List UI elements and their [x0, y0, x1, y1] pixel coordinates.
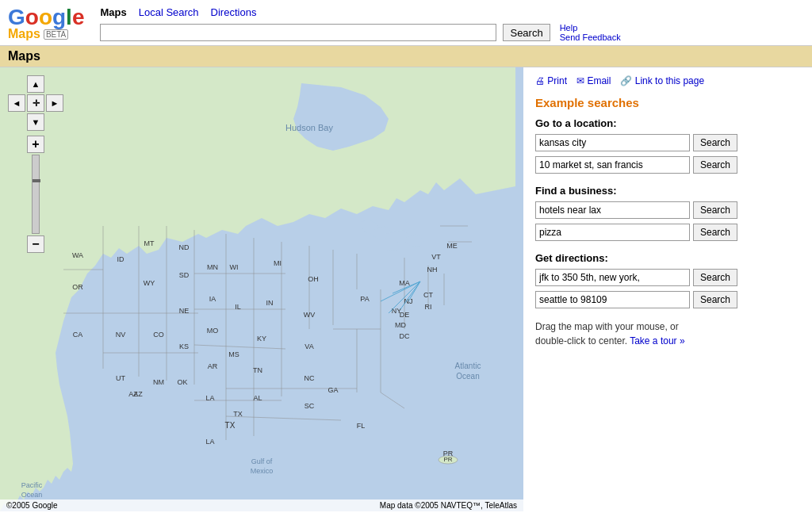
svg-text:WA: WA: [72, 251, 83, 259]
svg-text:VA: VA: [304, 343, 313, 350]
header: Google Maps BETA Maps Local Search Direc…: [0, 0, 812, 46]
svg-text:OK: OK: [177, 378, 187, 386]
find-business-section: Find a business: Search Search: [535, 185, 800, 241]
svg-text:PR: PR: [443, 456, 452, 463]
go-to-location-row-2: Search: [535, 156, 800, 174]
zoom-in-button[interactable]: +: [27, 136, 44, 153]
beta-badge: BETA: [44, 29, 68, 40]
svg-text:Pacific: Pacific: [21, 481, 43, 489]
svg-text:WY: WY: [144, 279, 155, 287]
svg-text:MD: MD: [395, 321, 406, 329]
svg-text:NC: NC: [304, 374, 315, 382]
help-link[interactable]: Help: [560, 23, 621, 33]
svg-text:AZ: AZ: [128, 390, 138, 398]
zoom-handle[interactable]: [33, 179, 40, 182]
pan-up-button[interactable]: ▲: [27, 75, 44, 93]
svg-text:Ocean: Ocean: [21, 491, 43, 499]
tour-link[interactable]: Take a tour »: [630, 335, 684, 346]
get-directions-section: Get directions: Search Search: [535, 252, 800, 308]
get-directions-search-btn-2[interactable]: Search: [693, 291, 737, 308]
link-to-page-link[interactable]: 🔗 Link to this page: [620, 75, 704, 86]
svg-text:Hudson Bay: Hudson Bay: [285, 123, 333, 132]
logo-subtitle: Maps BETA: [8, 27, 68, 41]
svg-text:KY: KY: [257, 335, 266, 343]
print-link[interactable]: 🖨 Print: [535, 75, 567, 86]
svg-text:NH: NH: [427, 266, 438, 274]
main-content: WA OR CA ID NV UT MT WY CO NM ND SD NE K…: [0, 67, 812, 511]
pan-down-row: ▼: [8, 113, 63, 131]
pan-right-button[interactable]: ►: [46, 94, 63, 112]
get-directions-input-1[interactable]: [535, 269, 690, 286]
svg-text:CO: CO: [153, 331, 164, 339]
pan-left-button[interactable]: ◄: [8, 94, 25, 112]
svg-text:Ocean: Ocean: [456, 372, 479, 381]
copyright-text: ©2005 Google: [6, 501, 58, 510]
find-business-label: Find a business:: [535, 185, 800, 197]
find-business-input-1[interactable]: [535, 201, 690, 219]
svg-text:MI: MI: [274, 259, 282, 267]
pan-center-button[interactable]: ✛: [27, 94, 44, 112]
get-directions-row-2: Search: [535, 291, 800, 308]
svg-text:MT: MT: [144, 239, 155, 247]
logo-area: Google Maps BETA: [8, 6, 84, 41]
svg-text:ND: ND: [179, 243, 190, 251]
svg-text:VT: VT: [431, 253, 441, 261]
get-directions-row-1: Search: [535, 269, 800, 286]
svg-text:TN: TN: [253, 366, 262, 374]
svg-text:NE: NE: [179, 307, 190, 315]
map-container[interactable]: WA OR CA ID NV UT MT WY CO NM ND SD NE K…: [0, 67, 523, 511]
pan-down-button[interactable]: ▼: [27, 113, 44, 131]
map-svg: WA OR CA ID NV UT MT WY CO NM ND SD NE K…: [0, 67, 523, 511]
send-feedback-link[interactable]: Send Feedback: [560, 33, 621, 42]
go-to-location-input-2[interactable]: [535, 156, 690, 174]
main-search-button[interactable]: Search: [503, 24, 550, 41]
find-business-search-btn-1[interactable]: Search: [693, 201, 737, 219]
zoom-out-button[interactable]: −: [27, 235, 44, 253]
link-icon: 🔗: [620, 75, 634, 86]
go-to-location-input-1[interactable]: [535, 134, 690, 151]
nav-links: Maps Local Search Directions: [100, 6, 804, 18]
svg-text:MN: MN: [207, 263, 218, 271]
svg-text:IN: IN: [266, 299, 274, 307]
svg-text:LA: LA: [205, 394, 214, 402]
email-link[interactable]: ✉ Email: [576, 75, 611, 86]
svg-text:TX: TX: [233, 410, 243, 418]
svg-text:MA: MA: [399, 279, 410, 287]
zoom-track: [32, 155, 40, 234]
svg-text:NV: NV: [116, 331, 126, 339]
right-panel: 🖨 Print ✉ Email 🔗 Link to this page Exam…: [523, 67, 812, 511]
find-business-row-2: Search: [535, 224, 800, 241]
svg-text:DE: DE: [400, 311, 410, 319]
map-data-text: Map data ©2005 NAVTEQ™, TeleAtlas: [380, 501, 517, 510]
nav-directions[interactable]: Directions: [211, 6, 257, 18]
find-business-search-btn-2[interactable]: Search: [693, 224, 737, 241]
svg-text:MS: MS: [228, 350, 239, 358]
pan-lr-row: ◄ ✛ ►: [8, 94, 63, 112]
svg-text:Atlantic: Atlantic: [455, 362, 481, 370]
nav-local-search[interactable]: Local Search: [139, 6, 199, 18]
go-to-location-search-btn-1[interactable]: Search: [693, 134, 737, 151]
google-logo: Google: [8, 6, 84, 29]
svg-text:AL: AL: [253, 394, 262, 402]
nav-maps: Maps: [100, 6, 126, 18]
main-search-input[interactable]: [100, 24, 496, 41]
get-directions-search-btn-1[interactable]: Search: [693, 269, 737, 286]
svg-text:CA: CA: [73, 331, 83, 339]
get-directions-label: Get directions:: [535, 252, 800, 264]
go-to-location-search-btn-2[interactable]: Search: [693, 156, 737, 174]
svg-text:ID: ID: [117, 255, 125, 263]
svg-text:DC: DC: [400, 332, 410, 340]
svg-text:SC: SC: [304, 402, 315, 410]
svg-text:IA: IA: [209, 295, 216, 303]
svg-text:WV: WV: [304, 311, 316, 319]
svg-text:NM: NM: [153, 378, 164, 386]
go-to-location-label: Go to a location:: [535, 117, 800, 129]
svg-text:KS: KS: [179, 343, 189, 350]
svg-text:Gulf of: Gulf of: [251, 457, 273, 465]
action-links: 🖨 Print ✉ Email 🔗 Link to this page: [535, 75, 800, 86]
get-directions-input-2[interactable]: [535, 291, 690, 308]
find-business-input-2[interactable]: [535, 224, 690, 241]
go-to-location-section: Go to a location: Search Search: [535, 117, 800, 174]
map-footer: ©2005 Google Map data ©2005 NAVTEQ™, Tel…: [0, 499, 523, 511]
svg-text:ME: ME: [446, 242, 458, 250]
